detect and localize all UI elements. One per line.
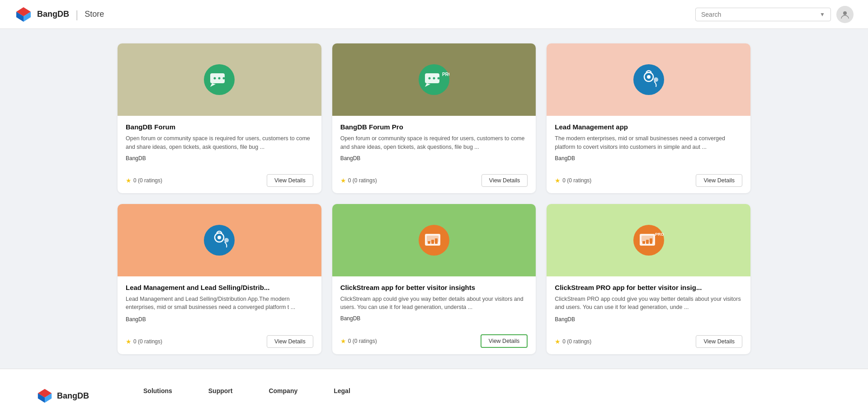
chevron-down-icon: ▼ bbox=[820, 11, 825, 18]
card-footer-clickstream-pro: ★ 0 (0 ratings) View Details bbox=[547, 331, 750, 354]
view-details-button-clickstream-pro[interactable]: View Details bbox=[696, 335, 742, 348]
card-icon-clickstream-pro: PRO bbox=[632, 224, 665, 256]
svg-point-20 bbox=[204, 225, 235, 256]
card-bangdb-forum: BangDB Forum Open forum or community spa… bbox=[118, 43, 321, 193]
view-details-button-bangdb-forum[interactable]: View Details bbox=[267, 174, 313, 187]
svg-point-9 bbox=[223, 77, 225, 80]
card-icon-lead-management-app bbox=[632, 63, 665, 96]
view-details-button-lead-management-app[interactable]: View Details bbox=[696, 174, 742, 187]
footer-col-solutions: Solutions bbox=[143, 387, 172, 398]
rating-value: 0 (0 ratings) bbox=[348, 177, 377, 184]
card-author-clickstream-pro: BangDB bbox=[555, 316, 742, 323]
card-icon-bangdb-forum-pro: PRO bbox=[418, 63, 450, 96]
card-footer-bangdb-forum: ★ 0 (0 ratings) View Details bbox=[118, 170, 321, 193]
card-clickstream-app: ClickStream app for better visitor insig… bbox=[332, 204, 536, 355]
search-input[interactable] bbox=[701, 11, 816, 18]
card-footer-lead-management-distrib: ★ 0 (0 ratings) View Details bbox=[118, 331, 321, 354]
header-left: BangDB | Store bbox=[14, 5, 104, 24]
svg-point-4 bbox=[843, 11, 847, 15]
bangdb-logo-icon bbox=[14, 5, 33, 24]
card-desc-bangdb-forum-pro: Open forum or community space is require… bbox=[340, 134, 528, 152]
card-lead-management-app: Lead Management app The modern enterpris… bbox=[547, 43, 750, 193]
footer-col-title: Company bbox=[269, 387, 297, 394]
svg-point-16 bbox=[633, 64, 664, 95]
card-desc-lead-management-app: The modern enterprises, mid or small bus… bbox=[555, 134, 742, 152]
card-desc-clickstream-pro: ClickStream PRO app could give you way b… bbox=[555, 295, 742, 313]
card-author-bangdb-forum: BangDB bbox=[126, 155, 313, 161]
brand-name: BangDB bbox=[37, 9, 69, 19]
card-rating-lead-management-app: ★ 0 (0 ratings) bbox=[555, 177, 591, 184]
card-lead-management-distrib: Lead Management and Lead Selling/Distrib… bbox=[118, 204, 321, 355]
footer-logo: BangDB bbox=[36, 387, 89, 404]
card-rating-clickstream-app: ★ 0 (0 ratings) bbox=[340, 337, 377, 345]
card-desc-bangdb-forum: Open forum or community space is require… bbox=[126, 134, 313, 152]
card-banner-clickstream-app bbox=[332, 204, 536, 276]
footer-logo-icon bbox=[36, 387, 53, 404]
rating-value: 0 (0 ratings) bbox=[348, 338, 377, 344]
card-body-lead-management-app: Lead Management app The modern enterpris… bbox=[547, 116, 750, 170]
svg-text:PRO: PRO bbox=[655, 232, 664, 237]
card-desc-lead-management-distrib: Lead Management and Lead Selling/Distrib… bbox=[126, 295, 313, 313]
footer-columns: SolutionsSupportCompanyLegal bbox=[143, 387, 832, 398]
card-body-clickstream-app: ClickStream app for better visitor insig… bbox=[332, 276, 536, 330]
card-title-lead-management-distrib: Lead Management and Lead Selling/Distrib… bbox=[126, 284, 313, 291]
card-banner-bangdb-forum bbox=[118, 43, 321, 116]
card-body-bangdb-forum-pro: BangDB Forum Pro Open forum or community… bbox=[332, 116, 536, 170]
view-details-button-bangdb-forum-pro[interactable]: View Details bbox=[481, 174, 528, 187]
footer-col-title: Support bbox=[208, 387, 233, 394]
svg-rect-11 bbox=[425, 73, 439, 83]
card-footer-clickstream-app: ★ 0 (0 ratings) View Details bbox=[332, 330, 536, 354]
card-footer-bangdb-forum-pro: ★ 0 (0 ratings) View Details bbox=[332, 170, 536, 193]
card-footer-lead-management-app: ★ 0 (0 ratings) View Details bbox=[547, 170, 750, 193]
svg-rect-35 bbox=[650, 238, 652, 244]
card-title-bangdb-forum-pro: BangDB Forum Pro bbox=[340, 123, 528, 131]
card-body-clickstream-pro: ClickStream PRO app for better visitor i… bbox=[547, 276, 750, 331]
card-title-lead-management-app: Lead Management app bbox=[555, 123, 742, 131]
card-title-bangdb-forum: BangDB Forum bbox=[126, 123, 313, 131]
card-author-clickstream-app: BangDB bbox=[340, 315, 528, 322]
user-icon bbox=[840, 9, 850, 19]
card-title-clickstream-app: ClickStream app for better visitor insig… bbox=[340, 284, 528, 291]
footer-col-legal: Legal bbox=[334, 387, 350, 398]
rating-value: 0 (0 ratings) bbox=[133, 177, 162, 184]
card-bangdb-forum-pro: PRO BangDB Forum Pro Open forum or commu… bbox=[332, 43, 536, 193]
card-rating-clickstream-pro: ★ 0 (0 ratings) bbox=[555, 338, 591, 345]
footer-brand: BangDB bbox=[57, 391, 89, 401]
header: BangDB | Store ▼ bbox=[0, 0, 868, 29]
card-rating-bangdb-forum: ★ 0 (0 ratings) bbox=[126, 177, 162, 184]
svg-point-18 bbox=[647, 75, 651, 79]
star-icon: ★ bbox=[126, 338, 132, 345]
card-banner-bangdb-forum-pro: PRO bbox=[332, 43, 536, 116]
svg-rect-33 bbox=[642, 241, 645, 244]
card-title-clickstream-pro: ClickStream PRO app for better visitor i… bbox=[555, 284, 742, 291]
svg-point-22 bbox=[217, 236, 221, 239]
svg-text:PRO: PRO bbox=[442, 72, 449, 77]
star-icon: ★ bbox=[340, 337, 346, 345]
card-banner-lead-management-app bbox=[547, 43, 750, 116]
footer-col-company: Company bbox=[269, 387, 297, 398]
svg-rect-29 bbox=[435, 238, 438, 244]
svg-point-14 bbox=[437, 77, 439, 80]
svg-point-7 bbox=[214, 77, 216, 80]
card-desc-clickstream-app: ClickStream app could give you way bette… bbox=[340, 295, 528, 312]
rating-value: 0 (0 ratings) bbox=[562, 338, 591, 345]
svg-rect-6 bbox=[210, 73, 225, 83]
card-icon-lead-management-distrib bbox=[203, 224, 236, 256]
cards-grid: BangDB Forum Open forum or community spa… bbox=[118, 43, 750, 354]
card-rating-bangdb-forum-pro: ★ 0 (0 ratings) bbox=[340, 177, 377, 184]
view-details-button-lead-management-distrib[interactable]: View Details bbox=[267, 335, 313, 348]
card-rating-lead-management-distrib: ★ 0 (0 ratings) bbox=[126, 338, 162, 345]
star-icon: ★ bbox=[340, 177, 346, 184]
header-divider: | bbox=[75, 8, 78, 21]
view-details-button-clickstream-app[interactable]: View Details bbox=[481, 334, 528, 348]
footer-col-title: Solutions bbox=[143, 387, 172, 394]
store-label: Store bbox=[85, 9, 104, 19]
svg-rect-28 bbox=[431, 240, 434, 244]
user-avatar-button[interactable] bbox=[836, 6, 854, 23]
svg-rect-34 bbox=[646, 240, 649, 244]
star-icon: ★ bbox=[126, 177, 132, 184]
card-icon-clickstream-app bbox=[418, 224, 450, 256]
search-container[interactable]: ▼ bbox=[695, 8, 831, 21]
footer-col-support: Support bbox=[208, 387, 233, 398]
card-author-lead-management-distrib: BangDB bbox=[126, 316, 313, 323]
